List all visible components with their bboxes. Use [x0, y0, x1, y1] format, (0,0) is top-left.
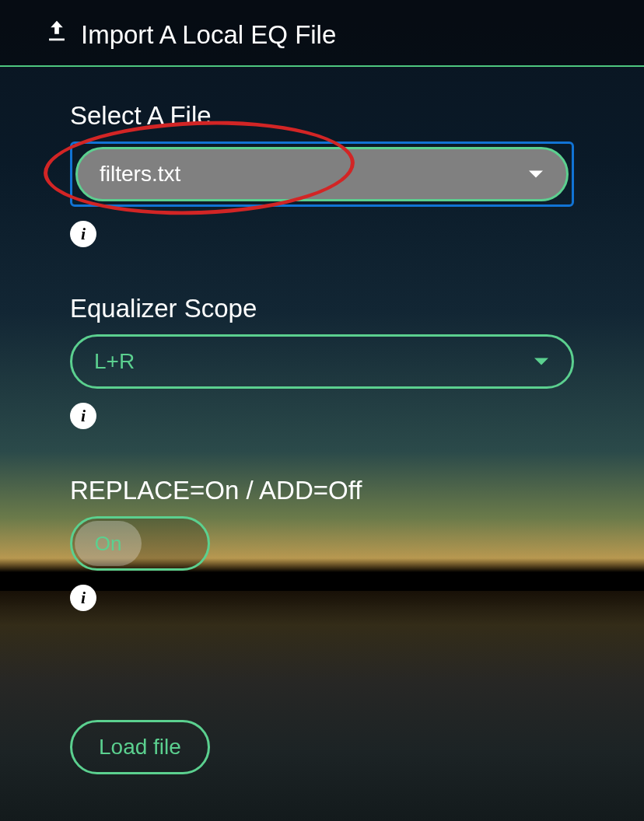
file-select-focus-ring: filters.txt	[70, 141, 574, 207]
panel-header: Import A Local EQ File	[0, 0, 644, 67]
replace-add-toggle[interactable]: On	[70, 516, 210, 571]
file-info-icon[interactable]: i	[70, 221, 96, 247]
scope-select[interactable]: L+R	[70, 334, 574, 389]
upload-icon	[44, 19, 70, 51]
file-select[interactable]: filters.txt	[75, 147, 569, 201]
mode-info-icon[interactable]: i	[70, 585, 96, 611]
load-file-button[interactable]: Load file	[70, 720, 210, 774]
import-eq-panel: Import A Local EQ File Select A File fil…	[0, 0, 644, 774]
scope-label: Equalizer Scope	[70, 294, 574, 323]
file-select-value: filters.txt	[100, 162, 180, 187]
chevron-down-icon	[534, 358, 548, 365]
scope-info-icon[interactable]: i	[70, 403, 96, 429]
scope-select-value: L+R	[94, 349, 135, 374]
chevron-down-icon	[529, 171, 543, 178]
toggle-knob: On	[75, 521, 142, 566]
form-section: Select A File filters.txt i Equalizer Sc…	[0, 101, 644, 774]
toggle-value: On	[95, 532, 122, 556]
panel-title: Import A Local EQ File	[81, 20, 336, 50]
mode-label: REPLACE=On / ADD=Off	[70, 476, 574, 505]
file-select-wrap: filters.txt	[70, 141, 574, 207]
file-label: Select A File	[70, 101, 574, 131]
